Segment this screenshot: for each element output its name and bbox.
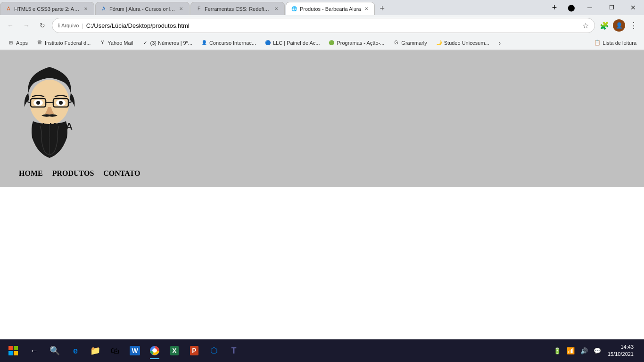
site-nav: HOMEPRODUTOSCONTATO	[19, 169, 625, 178]
battery-icon[interactable]: 🔋	[552, 346, 563, 356]
bookmark-star-icon[interactable]: ☆	[582, 21, 589, 30]
tab-favicon: F	[196, 6, 202, 12]
reading-list-button[interactable]: 📋Lista de leitura	[590, 38, 640, 47]
svg-rect-16	[8, 346, 13, 350]
profile-avatar[interactable]: 👤	[613, 19, 625, 32]
reading-list-label: Lista de leitura	[603, 40, 636, 46]
taskbar-app-chrome[interactable]	[145, 341, 164, 360]
svg-point-8	[36, 101, 40, 105]
browser-chrome: ← → ↻ ℹ Arquivo | C:/Users/Lúcia/Desktop…	[0, 15, 644, 50]
browser-tab-tab1[interactable]: A HTML5 e CSS3 parte 2: Aula 3 ✕	[0, 2, 94, 15]
bookmark-label: Programas - Ação-...	[337, 40, 384, 46]
volume-icon[interactable]: 🔊	[578, 346, 590, 356]
nav-bar: ← → ↻ ℹ Arquivo | C:/Users/Lúcia/Desktop…	[0, 15, 644, 36]
bookmark-favicon: 🌙	[436, 40, 442, 46]
url-text: C:/Users/Lúcia/Desktop/produtos.html	[86, 22, 579, 29]
taskbar-search-button[interactable]: 🔍	[45, 341, 64, 360]
nav-link-produtos[interactable]: PRODUTOS	[52, 169, 94, 178]
bookmark-label: LLC | Painel de Ac...	[273, 40, 320, 46]
bookmark-item-3[interactable]: ✓ (3) Números | 9º...	[138, 38, 196, 48]
tab-close-button[interactable]: ✕	[363, 6, 370, 12]
bookmark-label: Apps	[16, 40, 28, 46]
bookmark-favicon: Y	[99, 40, 106, 46]
nav-link-home[interactable]: HOME	[19, 169, 43, 178]
notification-icon[interactable]: 💬	[592, 346, 603, 356]
page-content: ALURA ESTD 2019 HOMEPRODUTOSCONTATO	[0, 50, 644, 314]
start-button[interactable]	[4, 341, 23, 360]
network-icon[interactable]: 📶	[565, 345, 577, 356]
taskbar-app-word[interactable]: W	[125, 341, 144, 360]
restore-button[interactable]: ❐	[601, 0, 622, 15]
new-tab-button[interactable]: +	[547, 0, 562, 15]
bookmark-favicon: 🔵	[264, 40, 271, 46]
taskbar-app-edge[interactable]: e	[66, 341, 85, 360]
tab-favicon: 🌐	[291, 6, 297, 12]
bookmark-item-5[interactable]: 🔵 LLC | Painel de Ac...	[261, 38, 323, 48]
bookmark-favicon: G	[393, 40, 399, 46]
bookmark-item-8[interactable]: 🌙 Studeo Unicesum...	[432, 38, 493, 48]
site-logo: ALURA ESTD 2019	[19, 60, 625, 164]
tab-title: Ferramentas CSS: Redefinir CS	[205, 6, 271, 12]
tab-title: HTML5 e CSS3 parte 2: Aula 3	[14, 6, 81, 12]
taskbar-app-teams[interactable]: T	[224, 341, 243, 360]
menu-icon[interactable]: ⋮	[627, 19, 640, 32]
taskbar-app-excel[interactable]: X	[165, 341, 184, 360]
bookmark-item-4[interactable]: 👤 Concurso Internac...	[197, 38, 260, 48]
reload-button[interactable]: ↻	[36, 19, 49, 32]
back-button[interactable]: ←	[4, 19, 17, 32]
bookmark-item-7[interactable]: G Grammarly	[389, 38, 430, 48]
close-button[interactable]: ✕	[622, 0, 644, 15]
new-tab-button[interactable]: +	[376, 2, 389, 15]
svg-rect-17	[14, 346, 18, 350]
bookmark-label: Yahoo Mail	[107, 40, 133, 46]
bookmarks-more-button[interactable]: ›	[494, 37, 505, 49]
tab-favicon: A	[5, 6, 12, 12]
cast-icon[interactable]: ⬤	[564, 0, 579, 15]
taskbar-apps: e📁🛍WXP⬡T	[66, 341, 550, 360]
bookmark-item-1[interactable]: 🏛 Instituto Federal d...	[33, 38, 94, 48]
taskbar: ← 🔍 e📁🛍WXP⬡T 🔋 📶 🔊 💬 14:43 15/10/2021	[0, 339, 644, 362]
browser-tab-tab3[interactable]: F Ferramentas CSS: Redefinir CS ✕	[190, 2, 285, 15]
address-separator: |	[82, 22, 83, 29]
bookmark-label: Grammarly	[401, 40, 427, 46]
bookmark-item-6[interactable]: 🟢 Programas - Ação-...	[324, 38, 388, 48]
nav-bar-right: 🧩 👤 ⋮	[598, 19, 640, 32]
bookmark-item-0[interactable]: ⊞ Apps	[4, 38, 32, 48]
site-header: ALURA ESTD 2019 HOMEPRODUTOSCONTATO	[0, 50, 644, 187]
secure-indicator: ℹ Arquivo	[58, 23, 79, 29]
taskbar-date: 15/10/2021	[608, 351, 634, 358]
taskbar-app-store[interactable]: 🛍	[106, 341, 124, 360]
taskbar-back-button[interactable]: ←	[25, 341, 43, 360]
tab-bar: A HTML5 e CSS3 parte 2: Aula 3 ✕ A Fórum…	[0, 0, 545, 15]
address-bar[interactable]: ℹ Arquivo | C:/Users/Lúcia/Desktop/produ…	[52, 18, 595, 33]
bookmark-label: Concurso Internac...	[209, 40, 256, 46]
secure-label: Arquivo	[61, 23, 79, 28]
info-icon: ℹ	[58, 23, 60, 29]
forward-button[interactable]: →	[20, 19, 33, 32]
bookmark-favicon: 🟢	[328, 40, 335, 46]
taskbar-app-vscode[interactable]: ⬡	[205, 341, 223, 360]
bookmarks-bar: ⊞ Apps 🏛 Instituto Federal d... Y Yahoo …	[0, 36, 644, 50]
browser-tab-tab4[interactable]: 🌐 Produtos - Barbearia Alura ✕	[286, 2, 375, 15]
svg-rect-18	[8, 351, 13, 355]
tab-title: Produtos - Barbearia Alura	[300, 6, 361, 12]
extensions-icon[interactable]: 🧩	[598, 19, 611, 32]
taskbar-app-file-explorer[interactable]: 📁	[86, 341, 105, 360]
tab-close-button[interactable]: ✕	[83, 6, 89, 12]
bookmark-item-2[interactable]: Y Yahoo Mail	[95, 38, 137, 48]
svg-point-9	[59, 101, 63, 105]
browser-tab-tab2[interactable]: A Fórum | Alura - Cursos online ✕	[95, 2, 190, 15]
reading-list-icon: 📋	[594, 40, 601, 46]
taskbar-app-powerpoint[interactable]: P	[185, 341, 204, 360]
bookmark-label: Instituto Federal d...	[45, 40, 91, 46]
minimize-button[interactable]: ─	[579, 0, 601, 15]
address-bar-actions: ☆	[582, 21, 589, 30]
tab-close-button[interactable]: ✕	[273, 6, 280, 12]
bookmark-label: (3) Números | 9º...	[150, 40, 192, 46]
bookmark-label: Studeo Unicesum...	[444, 40, 489, 46]
bookmark-favicon: ✓	[142, 40, 149, 46]
tab-close-button[interactable]: ✕	[178, 6, 184, 12]
page-body	[0, 187, 644, 314]
nav-link-contato[interactable]: CONTATO	[103, 169, 140, 178]
taskbar-clock[interactable]: 14:43 15/10/2021	[605, 342, 636, 360]
